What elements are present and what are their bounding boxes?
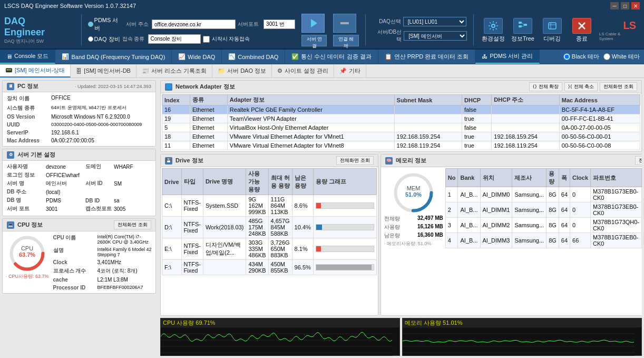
server-address-label: 서버 주소	[126, 21, 150, 28]
user-value: devzone	[46, 164, 83, 170]
server-port-input[interactable]	[264, 20, 295, 29]
drive-avail: 303G 335M 486KB	[246, 238, 268, 260]
drive-max: 450M 855KB	[268, 260, 292, 275]
auto-start-checkbox[interactable]	[203, 36, 210, 43]
drive-name	[203, 260, 246, 275]
network-buttons: ⟨⟩ 전체 확장 ⟩⟨ 전체 축소 전체화면 조회	[529, 82, 637, 91]
mem-col-no: No	[445, 169, 458, 187]
exit-button[interactable]: 종료	[569, 18, 595, 43]
mem-total-value: 32,497 MB	[417, 215, 443, 222]
server-db-select[interactable]: [SM] 메인서버	[404, 31, 467, 41]
memory-fullscreen-button[interactable]: 전체화면 조회	[635, 156, 642, 165]
server-connect-button[interactable]: 서버 연결	[301, 35, 327, 46]
drive-table-row[interactable]: F:\ NTFS-Fixed 434M 290KB 450M 855KB 96.…	[162, 260, 377, 275]
drive-fullscreen-button[interactable]: 전체화면 조회	[336, 156, 374, 165]
memory-table-row[interactable]: 1 AI_B... AI_DIMM0 Samsung... 8G 64 0 M3…	[445, 187, 642, 202]
check-icon: ✅	[291, 53, 299, 60]
cpu-header-icon: 💻	[7, 221, 14, 229]
drive-table-row[interactable]: C:\ NTFS-Fixed System.SSD 9G 162M 999KB …	[162, 195, 377, 217]
mem-no: 3	[445, 218, 458, 233]
tab-pdms[interactable]: 🖧 PDMS 서비 관리	[475, 50, 540, 64]
cpu-fullscreen-button[interactable]: 전체화면 조회	[114, 220, 151, 229]
tab-wide-label: Wide DAQ	[188, 54, 215, 60]
memory-table-row[interactable]: 4 AI_B... AI_DIMM3 Samsung... 8G 64 66 M…	[445, 233, 642, 248]
pdms-radio[interactable]: PDMS 서버	[88, 16, 124, 32]
cpu-details: CPU 이름 Intel(R) Core(TM) i7-2600K CPU @ …	[53, 234, 152, 291]
disconnect-button[interactable]: 연결 해제	[333, 35, 358, 46]
white-theme-option[interactable]: White 테마	[603, 53, 640, 61]
domain-label: 도메인	[85, 163, 112, 170]
uuid-value: 03000200-0400-0500-0006-000700080009	[51, 121, 151, 128]
dao-icon: 📁	[218, 67, 225, 74]
drive-graph	[313, 217, 376, 238]
pdms-icon: 🖧	[482, 53, 487, 60]
memory-table-row[interactable]: 2 AI_B... AI_DIMM1 Samsung... 8G 64 0 M3…	[445, 202, 642, 218]
col-adapter: Adapter 정보	[227, 95, 394, 105]
collapse-all-button[interactable]: ⟩⟨ 전체 축소	[564, 82, 598, 91]
tab-comm-verify[interactable]: ✅ 통신 수신 데이터 검증 결과	[285, 50, 378, 64]
tab-dao-info[interactable]: 📁 서버 DAO 정보	[212, 64, 272, 78]
net-mac: 00-50-56-C0-00-01	[559, 132, 640, 141]
memory-table-row[interactable]: 3 AI_B... AI_DIMM2 Samsung... 8G 64 0 M3…	[445, 218, 642, 233]
tab-prpd[interactable]: 📋 연산 PRPD 완료 데이터 조회	[378, 50, 476, 64]
network-table-row[interactable]: 18 Ethernet VMware Virtual Ethernet Adap…	[162, 132, 640, 141]
tab-other[interactable]: 📌 기타	[334, 64, 366, 78]
daq-radio-dot	[88, 36, 93, 42]
network-body: 16 Ethernet Realtek PCIe GbE Family Cont…	[162, 105, 640, 150]
cpu-clock-label: Clock	[53, 259, 95, 266]
tab-band-daq[interactable]: 📊 Band DAQ (Frequency Tuning DAQ)	[55, 50, 172, 64]
expand-all-button[interactable]: ⟨⟩ 전체 확장	[529, 82, 562, 91]
network-table-row[interactable]: 11 Ethernet VMware Virtual Ethernet Adap…	[162, 141, 640, 150]
exit-label: 종료	[576, 35, 588, 43]
info-tree-button[interactable]: 정보Tree	[510, 18, 536, 43]
memory-content: MEM 51.0% 전체량 32,497 MB 사용량 16,126 MB	[381, 167, 642, 250]
mem-cap: 8G	[547, 233, 559, 248]
daq-select[interactable]: [LU01] LU01	[403, 17, 466, 26]
drive-avail: 485G 175M 248KB	[246, 217, 268, 238]
tab-main-db[interactable]: 🗄 [SM] 메인서버-DB	[71, 64, 136, 78]
maximize-button[interactable]: □	[621, 2, 629, 9]
tab-combined-daq[interactable]: 📉 Combined DAQ	[222, 50, 285, 64]
drive-table-row[interactable]: D:\ NTFS-Fixed Work(2018.03) 485G 175M 2…	[162, 217, 377, 238]
server-ip-value: 192.168.6.1	[51, 129, 151, 136]
user-label: 사용자명	[7, 163, 44, 170]
env-settings-button[interactable]: 환경설정	[480, 18, 506, 43]
drive-table-row[interactable]: E:\ NTFS-Fixed 디자인/VM/백업/메일(2... 303G 33…	[162, 238, 377, 260]
tab-main-status[interactable]: 📟 [SM] 메인서버-상태	[0, 64, 71, 78]
caps-port-value: 3005	[114, 206, 151, 212]
col-subnet: Subnet Mask	[394, 95, 462, 105]
server-connect-icon[interactable]	[301, 14, 325, 33]
tab-resource-log[interactable]: 📰 서버 리소스 기록조회	[136, 64, 212, 78]
connect-type-input[interactable]	[148, 34, 201, 44]
mem-part: M378B1G73EB0-CK0	[591, 202, 642, 218]
network-table-row[interactable]: 16 Ethernet Realtek PCIe GbE Family Cont…	[162, 105, 640, 114]
ls-sub: LS Cable & System	[599, 32, 636, 41]
fullscreen-all-button[interactable]: 전체화면 조회	[600, 82, 637, 91]
tab-prpd-label: 연산 PRPD 완료 데이터 조회	[394, 53, 469, 61]
drive-col-name: Drive 명명	[203, 169, 246, 195]
tab-console[interactable]: 🖥 Console 모드	[0, 50, 55, 64]
daq-radio[interactable]: DAQ 장비	[88, 35, 120, 43]
close-button[interactable]: ✕	[631, 2, 640, 9]
mem-remain-row: 남은량 16,360 MB	[384, 232, 443, 239]
tab-console-label: Console 모드	[14, 52, 48, 60]
server-address-input[interactable]	[152, 20, 236, 29]
network-table-row[interactable]: 5 Ethernet VirtualBox Host-Only Ethernet…	[162, 123, 640, 132]
cpu-usage-canvas	[161, 327, 393, 356]
black-theme-radio[interactable]	[563, 53, 570, 60]
disconnect-icon[interactable]	[333, 14, 356, 33]
memory-icon: 🧠	[385, 157, 393, 165]
pc-updated: · Updated: 2022-03-15 14:47:24.393	[75, 84, 151, 89]
memory-gauge-section: MEM 51.0% 전체량 32,497 MB 사용량 16,126 MB	[382, 168, 445, 249]
white-theme-radio[interactable]	[603, 53, 610, 60]
white-theme-label: White 테마	[612, 53, 640, 61]
server-id-label: 서버 ID	[85, 180, 112, 187]
tab-wide-daq[interactable]: 📈 Wide DAQ	[172, 50, 222, 64]
network-table-row[interactable]: 19 Ethernet TeamViewer VPN Adapter true …	[162, 114, 640, 123]
network-table: Index 종류 Adapter 정보 Subnet Mask DHCP DHC…	[162, 94, 640, 150]
net-mac: 00-50-56-C0-00-08	[559, 141, 640, 150]
debug-button[interactable]: 디버깅	[539, 18, 565, 43]
tab-site-settings[interactable]: ⚙ 사이트 설정 관리	[272, 64, 334, 78]
black-theme-option[interactable]: Black 테마	[563, 53, 599, 61]
minimize-button[interactable]: ─	[610, 2, 619, 9]
